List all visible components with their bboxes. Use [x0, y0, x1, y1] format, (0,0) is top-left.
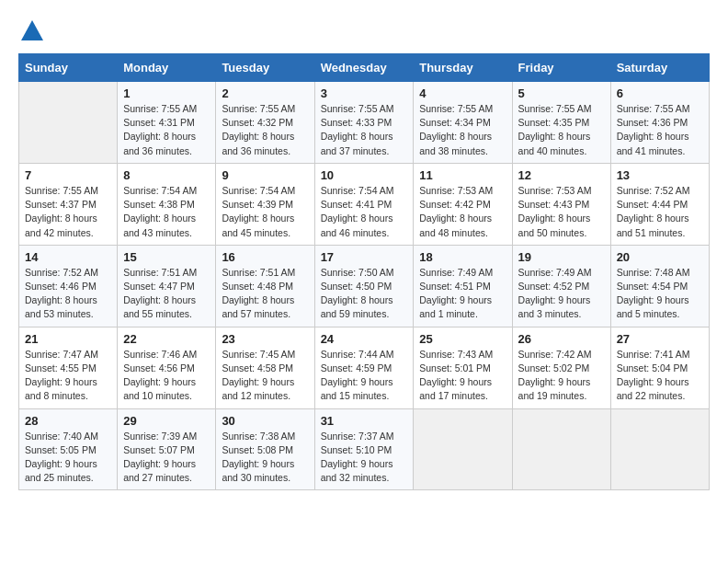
- calendar-cell: 27Sunrise: 7:41 AM Sunset: 5:04 PM Dayli…: [610, 327, 709, 408]
- day-number: 12: [518, 168, 605, 182]
- day-detail: Sunrise: 7:55 AM Sunset: 4:35 PM Dayligh…: [518, 102, 605, 158]
- weekday-header-monday: Monday: [118, 54, 216, 82]
- calendar-cell: 30Sunrise: 7:38 AM Sunset: 5:08 PM Dayli…: [216, 408, 314, 490]
- day-number: 1: [123, 86, 210, 100]
- calendar-cell: [19, 82, 118, 164]
- day-detail: Sunrise: 7:38 AM Sunset: 5:08 PM Dayligh…: [222, 430, 308, 486]
- weekday-header-saturday: Saturday: [610, 54, 709, 82]
- day-number: 2: [222, 86, 308, 100]
- day-detail: Sunrise: 7:40 AM Sunset: 5:05 PM Dayligh…: [25, 430, 111, 486]
- calendar-cell: 16Sunrise: 7:51 AM Sunset: 4:48 PM Dayli…: [216, 245, 314, 327]
- calendar-cell: 22Sunrise: 7:46 AM Sunset: 4:56 PM Dayli…: [118, 327, 216, 408]
- calendar-week-row: 1Sunrise: 7:55 AM Sunset: 4:31 PM Daylig…: [19, 82, 710, 164]
- svg-marker-0: [21, 20, 43, 40]
- calendar-cell: 4Sunrise: 7:55 AM Sunset: 4:34 PM Daylig…: [414, 82, 512, 164]
- day-detail: Sunrise: 7:48 AM Sunset: 4:54 PM Dayligh…: [617, 266, 703, 322]
- day-detail: Sunrise: 7:49 AM Sunset: 4:51 PM Dayligh…: [419, 266, 506, 322]
- weekday-header-sunday: Sunday: [19, 54, 118, 82]
- calendar-week-row: 14Sunrise: 7:52 AM Sunset: 4:46 PM Dayli…: [19, 245, 710, 327]
- weekday-header-friday: Friday: [512, 54, 610, 82]
- day-detail: Sunrise: 7:51 AM Sunset: 4:47 PM Dayligh…: [123, 266, 210, 322]
- day-detail: Sunrise: 7:52 AM Sunset: 4:46 PM Dayligh…: [25, 266, 111, 322]
- day-number: 11: [419, 168, 506, 182]
- day-detail: Sunrise: 7:47 AM Sunset: 4:55 PM Dayligh…: [25, 348, 111, 404]
- day-detail: Sunrise: 7:55 AM Sunset: 4:31 PM Dayligh…: [123, 102, 210, 158]
- day-detail: Sunrise: 7:46 AM Sunset: 4:56 PM Dayligh…: [123, 348, 210, 404]
- day-number: 3: [321, 86, 408, 100]
- day-number: 29: [123, 414, 210, 428]
- day-number: 9: [222, 168, 308, 182]
- calendar-cell: 7Sunrise: 7:55 AM Sunset: 4:37 PM Daylig…: [19, 163, 118, 245]
- calendar-cell: 3Sunrise: 7:55 AM Sunset: 4:33 PM Daylig…: [314, 82, 414, 164]
- day-detail: Sunrise: 7:54 AM Sunset: 4:41 PM Dayligh…: [321, 184, 408, 240]
- day-detail: Sunrise: 7:51 AM Sunset: 4:48 PM Dayligh…: [222, 266, 308, 322]
- calendar-cell: 14Sunrise: 7:52 AM Sunset: 4:46 PM Dayli…: [19, 245, 118, 327]
- calendar-cell: 25Sunrise: 7:43 AM Sunset: 5:01 PM Dayli…: [414, 327, 512, 408]
- calendar-cell: 17Sunrise: 7:50 AM Sunset: 4:50 PM Dayli…: [314, 245, 414, 327]
- day-detail: Sunrise: 7:53 AM Sunset: 4:42 PM Dayligh…: [419, 184, 506, 240]
- day-number: 31: [321, 414, 408, 428]
- day-detail: Sunrise: 7:41 AM Sunset: 5:04 PM Dayligh…: [617, 348, 703, 404]
- calendar-cell: 2Sunrise: 7:55 AM Sunset: 4:32 PM Daylig…: [216, 82, 314, 164]
- day-detail: Sunrise: 7:54 AM Sunset: 4:39 PM Dayligh…: [222, 184, 308, 240]
- day-detail: Sunrise: 7:55 AM Sunset: 4:34 PM Dayligh…: [419, 102, 506, 158]
- day-detail: Sunrise: 7:39 AM Sunset: 5:07 PM Dayligh…: [123, 430, 210, 486]
- day-number: 24: [321, 332, 408, 346]
- day-number: 16: [222, 250, 308, 264]
- day-detail: Sunrise: 7:54 AM Sunset: 4:38 PM Dayligh…: [123, 184, 210, 240]
- day-detail: Sunrise: 7:50 AM Sunset: 4:50 PM Dayligh…: [321, 266, 408, 322]
- weekday-header-wednesday: Wednesday: [314, 54, 414, 82]
- calendar-cell: [610, 408, 709, 490]
- calendar-cell: 31Sunrise: 7:37 AM Sunset: 5:10 PM Dayli…: [314, 408, 414, 490]
- calendar-cell: 20Sunrise: 7:48 AM Sunset: 4:54 PM Dayli…: [610, 245, 709, 327]
- day-number: 26: [518, 332, 605, 346]
- calendar-cell: 1Sunrise: 7:55 AM Sunset: 4:31 PM Daylig…: [118, 82, 216, 164]
- day-number: 7: [25, 168, 111, 182]
- day-detail: Sunrise: 7:42 AM Sunset: 5:02 PM Dayligh…: [518, 348, 605, 404]
- calendar-cell: 26Sunrise: 7:42 AM Sunset: 5:02 PM Dayli…: [512, 327, 610, 408]
- calendar-cell: [512, 408, 610, 490]
- day-number: 10: [321, 168, 408, 182]
- calendar-cell: 19Sunrise: 7:49 AM Sunset: 4:52 PM Dayli…: [512, 245, 610, 327]
- day-number: 23: [222, 332, 308, 346]
- day-number: 13: [617, 168, 703, 182]
- logo-icon: [19, 18, 45, 44]
- calendar-cell: 23Sunrise: 7:45 AM Sunset: 4:58 PM Dayli…: [216, 327, 314, 408]
- day-detail: Sunrise: 7:49 AM Sunset: 4:52 PM Dayligh…: [518, 266, 605, 322]
- calendar-cell: 24Sunrise: 7:44 AM Sunset: 4:59 PM Dayli…: [314, 327, 414, 408]
- calendar-cell: 29Sunrise: 7:39 AM Sunset: 5:07 PM Dayli…: [118, 408, 216, 490]
- day-number: 25: [419, 332, 506, 346]
- calendar-week-row: 7Sunrise: 7:55 AM Sunset: 4:37 PM Daylig…: [19, 163, 710, 245]
- weekday-header-thursday: Thursday: [414, 54, 512, 82]
- calendar-cell: 5Sunrise: 7:55 AM Sunset: 4:35 PM Daylig…: [512, 82, 610, 164]
- day-detail: Sunrise: 7:37 AM Sunset: 5:10 PM Dayligh…: [321, 430, 408, 486]
- day-detail: Sunrise: 7:45 AM Sunset: 4:58 PM Dayligh…: [222, 348, 308, 404]
- day-number: 6: [617, 86, 703, 100]
- day-number: 4: [419, 86, 506, 100]
- day-detail: Sunrise: 7:55 AM Sunset: 4:32 PM Dayligh…: [222, 102, 308, 158]
- calendar-cell: 21Sunrise: 7:47 AM Sunset: 4:55 PM Dayli…: [19, 327, 118, 408]
- day-number: 18: [419, 250, 506, 264]
- day-detail: Sunrise: 7:53 AM Sunset: 4:43 PM Dayligh…: [518, 184, 605, 240]
- calendar-header: SundayMondayTuesdayWednesdayThursdayFrid…: [19, 54, 710, 82]
- day-number: 15: [123, 250, 210, 264]
- day-detail: Sunrise: 7:55 AM Sunset: 4:37 PM Dayligh…: [25, 184, 111, 240]
- calendar-cell: 12Sunrise: 7:53 AM Sunset: 4:43 PM Dayli…: [512, 163, 610, 245]
- calendar-cell: 6Sunrise: 7:55 AM Sunset: 4:36 PM Daylig…: [610, 82, 709, 164]
- logo: [18, 18, 46, 44]
- calendar-cell: 8Sunrise: 7:54 AM Sunset: 4:38 PM Daylig…: [118, 163, 216, 245]
- day-number: 19: [518, 250, 605, 264]
- calendar-table: SundayMondayTuesdayWednesdayThursdayFrid…: [18, 53, 710, 490]
- calendar-cell: 15Sunrise: 7:51 AM Sunset: 4:47 PM Dayli…: [118, 245, 216, 327]
- weekday-header-tuesday: Tuesday: [216, 54, 314, 82]
- calendar-week-row: 28Sunrise: 7:40 AM Sunset: 5:05 PM Dayli…: [19, 408, 710, 490]
- weekday-header-row: SundayMondayTuesdayWednesdayThursdayFrid…: [19, 54, 710, 82]
- calendar-body: 1Sunrise: 7:55 AM Sunset: 4:31 PM Daylig…: [19, 82, 710, 490]
- page-header: [18, 18, 710, 44]
- day-detail: Sunrise: 7:43 AM Sunset: 5:01 PM Dayligh…: [419, 348, 506, 404]
- day-detail: Sunrise: 7:55 AM Sunset: 4:36 PM Dayligh…: [617, 102, 703, 158]
- calendar-cell: 10Sunrise: 7:54 AM Sunset: 4:41 PM Dayli…: [314, 163, 414, 245]
- day-number: 14: [25, 250, 111, 264]
- calendar-cell: 9Sunrise: 7:54 AM Sunset: 4:39 PM Daylig…: [216, 163, 314, 245]
- day-detail: Sunrise: 7:44 AM Sunset: 4:59 PM Dayligh…: [321, 348, 408, 404]
